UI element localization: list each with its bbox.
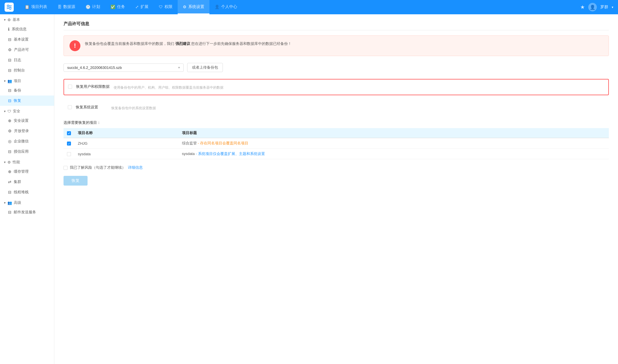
option-restore-settings-label: 恢复系统设置 bbox=[76, 105, 107, 110]
authapp-icon: ⊟ bbox=[8, 149, 11, 154]
performance-group-icon: ⚙ bbox=[7, 160, 11, 164]
option-restore-settings-section: 恢复系统设置 恢复备份包中的系统设置数据 bbox=[64, 100, 609, 116]
securitysettings-icon: ⊕ bbox=[8, 118, 11, 123]
file-dropdown[interactable]: succbi_4.6.2_202006301415.szb ▾ bbox=[64, 63, 184, 72]
nav-projects[interactable]: 📋 项目列表 bbox=[19, 0, 52, 14]
app-logo bbox=[5, 3, 14, 12]
row-sysdata-note: - 系统项目仅会覆盖扩展、主题和系统设置 bbox=[196, 152, 265, 156]
detail-link[interactable]: 详细信息 bbox=[128, 165, 143, 170]
corpwechat-icon: ◎ bbox=[8, 139, 11, 144]
task-icon: ✅ bbox=[110, 5, 115, 9]
file-select-row: succbi_4.6.2_202006301415.szb ▾ 或者上传备份包 bbox=[64, 63, 609, 72]
col-name-header: 项目名称 bbox=[74, 128, 179, 138]
row-sysdata-check bbox=[64, 149, 74, 159]
projects-table: 项目名称 项目标题 ZHJG 综合监管 - 存在同名项目会覆盖同名项目 bbox=[64, 128, 609, 159]
option-restore-settings-row: 恢复系统设置 恢复备份包中的系统设置数据 bbox=[64, 100, 609, 116]
sidebar-item-mailservice[interactable]: ⊟ 邮件发送服务 bbox=[0, 207, 54, 217]
nav-permission[interactable]: 🛡 权限 bbox=[154, 0, 178, 14]
mail-icon: ⊟ bbox=[8, 210, 11, 214]
security-group-icon: 🛡 bbox=[7, 109, 11, 114]
sidebar-item-sysinfo[interactable]: ℹ 系统信息 bbox=[0, 24, 54, 34]
nav-plan[interactable]: 🕐 计划 bbox=[80, 0, 105, 14]
col-checkbox bbox=[64, 128, 74, 138]
table-row: sysdata sysdata - 系统项目仅会覆盖扩展、主题和系统设置 bbox=[64, 149, 609, 159]
threads-icon: ⊟ bbox=[8, 190, 11, 194]
sidebar-item-cache[interactable]: ⊕ 缓存管理 bbox=[0, 166, 54, 177]
cache-icon: ⊕ bbox=[8, 169, 11, 174]
nav-settings[interactable]: ⚙ 系统设置 bbox=[178, 0, 209, 14]
nav-datasource[interactable]: 🗄 数据源 bbox=[52, 0, 80, 14]
sidebar-item-securitysettings[interactable]: ⊕ 安全设置 bbox=[0, 116, 54, 126]
option-restore-user-desc: 使用备份包中的用户、机构、用户组、权限数据覆盖当前服务器中的数据 bbox=[114, 85, 604, 90]
license-icon: ⚙ bbox=[8, 47, 12, 52]
datasource-icon: 🗄 bbox=[58, 5, 62, 9]
advanced-group-icon: 👥 bbox=[7, 201, 12, 205]
sidebar-item-cluster[interactable]: ⇄ 集群 bbox=[0, 177, 54, 187]
basicsettings-icon: ⊟ bbox=[8, 37, 11, 42]
star-icon[interactable]: ★ bbox=[580, 4, 585, 10]
nav-right-area: ★ 👤 罗群 ▾ bbox=[580, 3, 613, 11]
row-sysdata-name: sysdata bbox=[74, 149, 179, 159]
sidebar-group-performance[interactable]: ▾ ⚙ 性能 bbox=[0, 157, 54, 166]
projects-section: 选择需要恢复的项目： 项目名称 项目标题 bbox=[64, 120, 609, 159]
warning-box: ! 恢复备份包会覆盖当前服务器和数据库中的数据，我们 强烈建议 您在进行下一步前… bbox=[64, 35, 609, 56]
backup-icon: ⊟ bbox=[8, 88, 11, 93]
sidebar-item-corpwechat[interactable]: ◎ 企业微信 bbox=[0, 136, 54, 146]
row-sysdata-checkbox[interactable] bbox=[67, 152, 71, 156]
row-zhjg-checkbox[interactable] bbox=[67, 142, 71, 146]
sidebar-item-authapp[interactable]: ⊟ 授信应用 bbox=[0, 146, 54, 157]
sidebar-group-advanced[interactable]: ▾ 👥 高级 bbox=[0, 197, 54, 207]
table-row: ZHJG 综合监管 - 存在同名项目会覆盖同名项目 bbox=[64, 138, 609, 149]
username-label[interactable]: 罗群 bbox=[600, 5, 608, 10]
profile-icon: 👤 bbox=[215, 5, 219, 9]
restore-user-checkbox[interactable] bbox=[68, 85, 72, 89]
sidebar-item-backup[interactable]: ⊟ 备份 bbox=[0, 85, 54, 96]
project-group-icon: 👥 bbox=[7, 79, 12, 83]
nav-extend[interactable]: ⤢ 扩展 bbox=[130, 0, 154, 14]
row-zhjg-check bbox=[64, 138, 74, 149]
warning-text: 恢复备份包会覆盖当前服务器和数据库中的数据，我们 强烈建议 您在进行下一步前先确… bbox=[85, 40, 292, 47]
basic-group-icon: ⚙ bbox=[7, 18, 11, 22]
sidebar-item-log[interactable]: ⊟ 日志 bbox=[0, 55, 54, 65]
sidebar-item-console[interactable]: ⊟ 控制台 bbox=[0, 65, 54, 75]
arrow-down-icon3: ▾ bbox=[4, 110, 6, 113]
sidebar-item-license[interactable]: ⚙ 产品许可 bbox=[0, 45, 54, 55]
restore-settings-checkbox[interactable] bbox=[68, 105, 72, 109]
restore-icon: ⊟ bbox=[8, 98, 11, 103]
upload-button[interactable]: 或者上传备份包 bbox=[187, 63, 223, 72]
projects-icon: 📋 bbox=[25, 5, 29, 9]
restore-button[interactable]: 恢复 bbox=[64, 176, 88, 186]
sidebar-item-threads[interactable]: ⊟ 线程堆栈 bbox=[0, 187, 54, 197]
sidebar-item-basicsettings[interactable]: ⊟ 基本设置 bbox=[0, 34, 54, 45]
confirm-checkbox[interactable] bbox=[64, 166, 68, 170]
arrow-down-icon: ▾ bbox=[4, 18, 6, 22]
option-restore-user-label: 恢复用户和权限数据 bbox=[76, 84, 110, 89]
confirm-label: 我已了解风险（勾选了才能继续） bbox=[70, 165, 126, 170]
user-avatar[interactable]: 👤 bbox=[588, 3, 597, 11]
option-restore-settings-content: 恢复备份包中的系统设置数据 bbox=[111, 105, 605, 111]
user-dropdown-icon[interactable]: ▾ bbox=[612, 5, 613, 9]
openlogin-icon: ⚙ bbox=[8, 129, 12, 133]
content-area: 产品许可信息 ! 恢复备份包会覆盖当前服务器和数据库中的数据，我们 强烈建议 您… bbox=[54, 14, 618, 364]
sidebar-item-restore[interactable]: ⊟ 恢复 bbox=[0, 96, 54, 106]
sidebar-group-security[interactable]: ▾ 🛡 安全 bbox=[0, 106, 54, 116]
sidebar-group-basic[interactable]: ▾ ⚙ 基本 bbox=[0, 14, 54, 24]
table-header-row: 项目名称 项目标题 bbox=[64, 128, 609, 138]
console-icon: ⊟ bbox=[8, 68, 11, 73]
extend-icon: ⤢ bbox=[135, 5, 139, 9]
option-restore-user-section: 恢复用户和权限数据 使用备份包中的用户、机构、用户组、权限数据覆盖当前服务器中的… bbox=[64, 79, 609, 95]
main-layout: ▾ ⚙ 基本 ℹ 系统信息 ⊟ 基本设置 ⚙ 产品许可 ⊟ 日志 ⊟ 控制台 ▾… bbox=[0, 14, 618, 364]
projects-label: 选择需要恢复的项目： bbox=[64, 120, 609, 125]
nav-task[interactable]: ✅ 任务 bbox=[105, 0, 130, 14]
settings-icon: ⚙ bbox=[183, 5, 187, 9]
arrow-down-icon5: ▾ bbox=[4, 201, 6, 205]
row-sysdata-title: sysdata - 系统项目仅会覆盖扩展、主题和系统设置 bbox=[179, 149, 609, 159]
info-icon: ℹ bbox=[8, 27, 9, 31]
row-zhjg-note: - 存在同名项目会覆盖同名项目 bbox=[198, 141, 248, 145]
sidebar-item-openlogin[interactable]: ⚙ 开放登录 bbox=[0, 126, 54, 136]
sidebar-group-project[interactable]: ▾ 👥 项目 bbox=[0, 75, 54, 85]
select-all-checkbox[interactable] bbox=[67, 131, 71, 135]
nav-profile[interactable]: 👤 个人中心 bbox=[209, 0, 242, 14]
cluster-icon: ⇄ bbox=[8, 180, 11, 184]
permission-icon: 🛡 bbox=[159, 5, 163, 9]
